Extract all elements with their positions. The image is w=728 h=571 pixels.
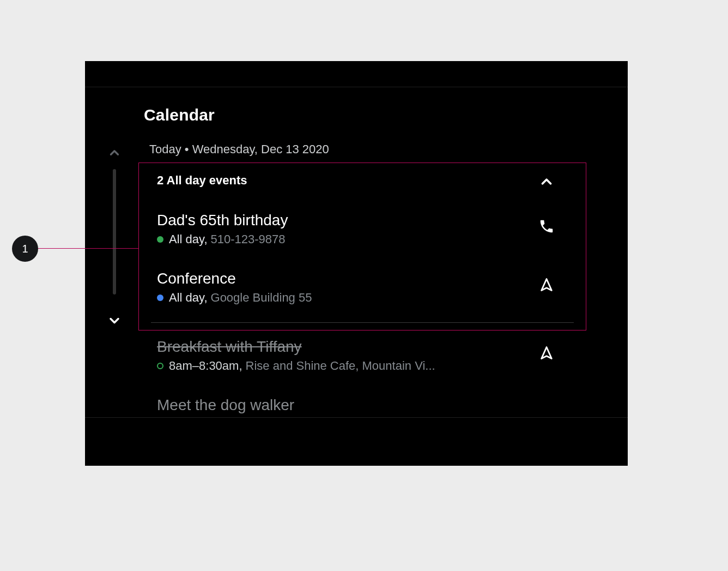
page-title: Calendar	[144, 106, 215, 124]
navigate-button[interactable]	[537, 344, 556, 362]
allday-header[interactable]: 2 All day events	[157, 173, 567, 188]
chevron-down-icon	[107, 313, 122, 328]
navbar-divider	[85, 417, 628, 418]
annotation-leader-line	[38, 248, 138, 249]
call-button[interactable]	[537, 217, 556, 236]
calendar-color-dot	[157, 236, 163, 243]
calendar-app-frame: Calendar Today • Wednesday, Dec 13 2020 …	[85, 61, 628, 466]
event-title: Meet the dog walker	[157, 396, 567, 414]
event-row-dog-walker[interactable]: Meet the dog walker	[157, 396, 567, 414]
event-time: All day,	[169, 232, 208, 247]
calendar-color-dot	[157, 363, 163, 369]
collapse-allday-button[interactable]	[537, 172, 556, 191]
event-detail: Google Building 55	[211, 291, 312, 305]
event-time: All day,	[169, 291, 208, 305]
event-subtitle: All day, 510-123-9878	[157, 232, 567, 247]
event-title: Dad's 65th birthday	[157, 212, 567, 229]
event-row-breakfast[interactable]: Breakfast with Tiffany 8am–8:30am, Rise …	[157, 338, 567, 373]
navigation-arrow-icon	[539, 277, 554, 292]
event-time: 8am–8:30am,	[169, 359, 242, 373]
calendar-color-dot	[157, 294, 163, 301]
scrollbar-track[interactable]	[113, 169, 116, 294]
event-title: Breakfast with Tiffany	[157, 338, 567, 356]
chevron-up-icon	[538, 173, 555, 190]
event-title: Conference	[157, 270, 567, 287]
event-detail: Rise and Shine Cafe, Mountain Vi...	[246, 359, 435, 373]
event-subtitle: 8am–8:30am, Rise and Shine Cafe, Mountai…	[157, 359, 567, 373]
date-subheader: Today • Wednesday, Dec 13 2020	[149, 142, 329, 157]
chevron-up-icon	[107, 146, 122, 160]
event-detail: 510-123-9878	[211, 232, 286, 247]
event-subtitle: All day, Google Building 55	[157, 291, 567, 305]
navigate-button[interactable]	[537, 275, 556, 294]
calendar-content: Calendar Today • Wednesday, Dec 13 2020 …	[85, 87, 628, 417]
phone-icon	[538, 218, 555, 235]
scroll-down-button[interactable]	[104, 310, 125, 332]
section-divider	[151, 322, 574, 323]
allday-header-label: 2 All day events	[157, 173, 567, 188]
annotation-badge-1: 1	[12, 236, 38, 262]
navigation-arrow-icon	[539, 345, 554, 360]
event-row-dad-birthday[interactable]: Dad's 65th birthday All day, 510-123-987…	[157, 212, 567, 247]
annotation-number: 1	[22, 243, 28, 255]
annotation-highlight-box	[138, 163, 586, 330]
event-row-conference[interactable]: Conference All day, Google Building 55	[157, 270, 567, 305]
scroll-up-button[interactable]	[104, 142, 125, 164]
